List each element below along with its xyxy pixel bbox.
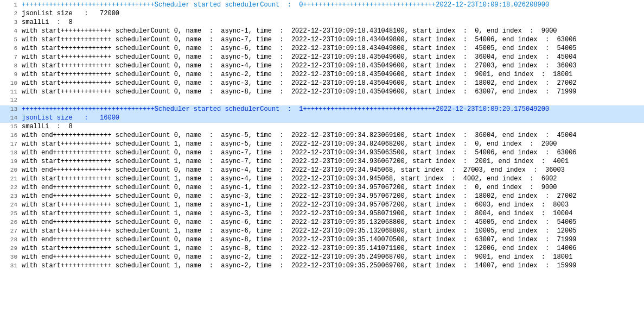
log-line: 2jsonList size : 72000 [0,10,644,18]
log-line: 19with start+++++++++++++ schedulerCount… [0,158,644,166]
log-line: 24with start+++++++++++++ schedulerCount… [0,201,644,210]
line-number: 7 [2,54,17,60]
line-number: 19 [2,158,17,165]
log-line: 27with start+++++++++++++ schedulerCount… [0,227,644,236]
line-content: with start+++++++++++++ schedulerCount 1… [22,262,642,270]
line-content: with end+++++++++++++++ schedulerCount 0… [22,253,642,261]
log-line: 3smallLi : 8 [0,18,644,27]
line-content: with end+++++++++++++++ schedulerCount 0… [22,132,642,139]
line-number: 1 [2,2,17,8]
log-line: 14jsonList size : 16000 [0,114,644,123]
line-content: with start+++++++++++++ schedulerCount 0… [22,79,642,87]
line-content: ++++++++++++++++++++++++++++++++++Schedu… [22,105,642,113]
log-line: 20with end+++++++++++++++ schedulerCount… [0,166,644,175]
log-line: 12 [0,97,644,105]
line-content: with start+++++++++++++ schedulerCount 0… [22,27,642,35]
line-content: with start+++++++++++++ schedulerCount 1… [22,245,642,252]
log-line: 21with start+++++++++++++ schedulerCount… [0,175,644,184]
line-number: 31 [2,262,17,269]
log-line: 6with start+++++++++++++ schedulerCount … [0,45,644,53]
line-number: 2 [2,10,17,17]
log-container: 1++++++++++++++++++++++++++++++++++Sched… [0,0,644,313]
line-number: 23 [2,193,17,199]
line-content: with end+++++++++++++++ schedulerCount 0… [22,149,642,156]
line-number: 21 [2,176,17,182]
line-number: 26 [2,219,17,226]
line-content: with start+++++++++++++ schedulerCount 1… [22,158,642,165]
line-number: 10 [2,80,17,86]
log-line: 18with end+++++++++++++++ schedulerCount… [0,149,644,158]
log-line: 28with end+++++++++++++++ schedulerCount… [0,236,644,245]
log-line: 10with start+++++++++++++ schedulerCount… [0,79,644,88]
line-number: 25 [2,210,17,217]
line-number: 12 [2,97,17,103]
line-content: ++++++++++++++++++++++++++++++++++Schedu… [22,1,642,9]
line-content: smallLi : 8 [22,18,642,26]
line-content: with end+++++++++++++++ schedulerCount 0… [22,166,642,174]
log-line: 7with start+++++++++++++ schedulerCount … [0,53,644,62]
line-number: 28 [2,236,17,243]
line-content: with start+++++++++++++ schedulerCount 0… [22,88,642,96]
line-content: smallLi : 8 [22,123,642,130]
line-content: with start+++++++++++++ schedulerCount 1… [22,175,642,183]
line-number: 13 [2,106,17,112]
line-number: 27 [2,228,17,234]
line-number: 24 [2,202,17,208]
log-line: 23with end+++++++++++++++ schedulerCount… [0,192,644,201]
line-content: with start+++++++++++++ schedulerCount 1… [22,201,642,209]
line-content: with end+++++++++++++++ schedulerCount 0… [22,236,642,243]
log-line: 5with start+++++++++++++ schedulerCount … [0,36,644,45]
log-line: 26with end+++++++++++++++ schedulerCount… [0,218,644,227]
line-content: with end+++++++++++++++ schedulerCount 0… [22,218,642,226]
line-number: 15 [2,123,17,130]
line-content: with start+++++++++++++ schedulerCount 0… [22,36,642,43]
log-line: 11with start+++++++++++++ schedulerCount… [0,88,644,97]
line-content: with end+++++++++++++++ schedulerCount 0… [22,184,642,191]
line-number: 9 [2,71,17,78]
log-line: 15smallLi : 8 [0,123,644,132]
line-number: 16 [2,132,17,139]
log-line: 8with start+++++++++++++ schedulerCount … [0,62,644,71]
line-number: 14 [2,115,17,121]
line-number: 8 [2,62,17,69]
line-number: 18 [2,149,17,156]
log-line: 1++++++++++++++++++++++++++++++++++Sched… [0,1,644,10]
line-number: 5 [2,36,17,43]
line-number: 11 [2,89,17,95]
line-number: 6 [2,45,17,52]
log-line: 25with start+++++++++++++ schedulerCount… [0,210,644,218]
log-line: 29with start+++++++++++++ schedulerCount… [0,245,644,253]
line-content: with start+++++++++++++ schedulerCount 1… [22,227,642,235]
log-line: 9with start+++++++++++++ schedulerCount … [0,71,644,79]
log-line: 17with start+++++++++++++ schedulerCount… [0,140,644,149]
line-content: with start+++++++++++++ schedulerCount 0… [22,45,642,52]
line-number: 30 [2,254,17,260]
line-content: with start+++++++++++++ schedulerCount 0… [22,53,642,61]
log-line: 13++++++++++++++++++++++++++++++++++Sche… [0,105,644,114]
line-number: 22 [2,184,17,191]
log-line: 30with end+++++++++++++++ schedulerCount… [0,253,644,262]
line-number: 4 [2,28,17,34]
line-content: with start+++++++++++++ schedulerCount 0… [22,62,642,70]
line-content: jsonList size : 72000 [22,10,642,17]
log-line: 31with start+++++++++++++ schedulerCount… [0,262,644,271]
line-content: with end+++++++++++++++ schedulerCount 0… [22,192,642,200]
log-line: 16with end+++++++++++++++ schedulerCount… [0,132,644,140]
line-number: 17 [2,141,17,147]
line-content: jsonList size : 16000 [22,114,642,122]
line-content: with start+++++++++++++ schedulerCount 0… [22,71,642,78]
log-line: 22with end+++++++++++++++ schedulerCount… [0,184,644,192]
line-content: with start+++++++++++++ schedulerCount 1… [22,210,642,217]
line-number: 29 [2,245,17,252]
line-number: 20 [2,167,17,173]
log-line: 4with start+++++++++++++ schedulerCount … [0,27,644,36]
line-number: 3 [2,19,17,26]
line-content: with start+++++++++++++ schedulerCount 1… [22,140,642,148]
